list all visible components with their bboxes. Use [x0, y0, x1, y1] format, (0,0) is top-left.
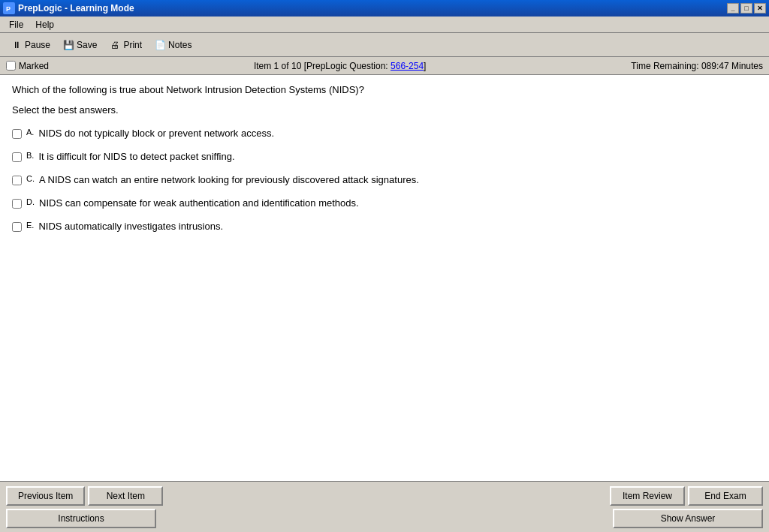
info-bar: Marked Item 1 of 10 [PrepLogic Question:… [0, 57, 769, 75]
title-controls: _ □ ✕ [727, 3, 766, 14]
save-label: Save [77, 40, 97, 50]
toolbar: ⏸ Pause 💾 Save 🖨 Print 📄 Notes [0, 33, 769, 57]
right-nav-buttons: Item Review End Exam [610, 486, 763, 506]
left-nav-buttons: Previous Item Next Item [6, 486, 163, 506]
marked-checkbox[interactable] [6, 61, 16, 71]
option-e-container: E. NIDS automatically investigates intru… [12, 221, 757, 232]
marked-checkbox-container: Marked [6, 61, 49, 71]
bottom-row1: Previous Item Next Item Item Review End … [6, 486, 763, 506]
notes-label: Notes [168, 40, 191, 50]
pause-button[interactable]: ⏸ Pause [6, 38, 55, 53]
title-text: PrepLogic - Learning Mode [18, 3, 134, 14]
option-c-text: A NIDS can watch an entire network looki… [39, 174, 419, 185]
menu-help[interactable]: Help [29, 18, 60, 32]
minimize-button[interactable]: _ [727, 3, 739, 14]
option-e-label: E. [26, 221, 34, 230]
notes-button[interactable]: 📄 Notes [149, 38, 196, 53]
question-text: Which of the following is true about Net… [12, 84, 757, 95]
bottom-bar: Previous Item Next Item Item Review End … [0, 481, 769, 532]
option-d-label: D. [26, 197, 35, 206]
bottom-row2: Instructions Show Answer [6, 509, 763, 528]
option-a-container: A. NIDS do not typically block or preven… [12, 128, 757, 139]
option-c-label: C. [26, 174, 35, 183]
option-a-text: NIDS do not typically block or prevent n… [38, 128, 274, 139]
left-bottom-buttons: Instructions [6, 509, 156, 528]
close-button[interactable]: ✕ [754, 3, 766, 14]
instructions-button[interactable]: Instructions [6, 509, 156, 528]
pause-label: Pause [25, 40, 50, 50]
print-label: Print [123, 40, 142, 50]
next-item-button[interactable]: Next Item [88, 486, 163, 506]
menu-bar: File Help [0, 17, 769, 33]
option-d-container: D. NIDS can compensate for weak authenti… [12, 197, 757, 209]
item-info: Item 1 of 10 [PrepLogic Question: 566-25… [49, 61, 631, 71]
svg-text:P: P [6, 5, 11, 13]
show-answer-button[interactable]: Show Answer [613, 509, 763, 528]
title-bar-left: P PrepLogic - Learning Mode [3, 2, 134, 14]
option-b-text: It is difficult for NIDS to detect packe… [38, 151, 234, 162]
option-c-container: C. A NIDS can watch an entire network lo… [12, 174, 757, 185]
option-b-checkbox[interactable] [12, 152, 22, 162]
item-info-text: Item 1 of 10 [PrepLogic Question: [254, 61, 391, 71]
end-exam-button[interactable]: End Exam [688, 486, 763, 506]
question-id-link[interactable]: 566-254 [391, 61, 424, 71]
app-icon: P [3, 2, 15, 14]
save-icon: 💾 [62, 39, 74, 51]
right-bottom-buttons: Show Answer [613, 509, 763, 528]
time-remaining: Time Remaining: 089:47 Minutes [631, 61, 763, 71]
marked-label: Marked [19, 61, 49, 71]
select-instruction: Select the best answers. [12, 104, 757, 116]
save-button[interactable]: 💾 Save [58, 38, 101, 53]
option-e-text: NIDS automatically investigates intrusio… [38, 221, 223, 232]
option-e-checkbox[interactable] [12, 222, 22, 232]
option-c-checkbox[interactable] [12, 176, 22, 185]
question-area: Which of the following is true about Net… [0, 75, 769, 481]
option-a-label: A. [26, 128, 34, 137]
item-review-button[interactable]: Item Review [610, 486, 685, 506]
previous-item-button[interactable]: Previous Item [6, 486, 85, 506]
menu-file[interactable]: File [3, 18, 29, 32]
option-d-checkbox[interactable] [12, 199, 22, 209]
option-d-text: NIDS can compensate for weak authenticat… [39, 197, 359, 209]
print-button[interactable]: 🖨 Print [104, 38, 146, 53]
notes-icon: 📄 [154, 39, 166, 51]
option-b-label: B. [26, 151, 34, 160]
item-info-end: ] [424, 61, 426, 71]
maximize-button[interactable]: □ [740, 3, 752, 14]
print-icon: 🖨 [109, 39, 121, 51]
option-b-container: B. It is difficult for NIDS to detect pa… [12, 151, 757, 162]
option-a-checkbox[interactable] [12, 129, 22, 139]
pause-icon: ⏸ [11, 39, 23, 51]
title-bar: P PrepLogic - Learning Mode _ □ ✕ [0, 0, 769, 17]
